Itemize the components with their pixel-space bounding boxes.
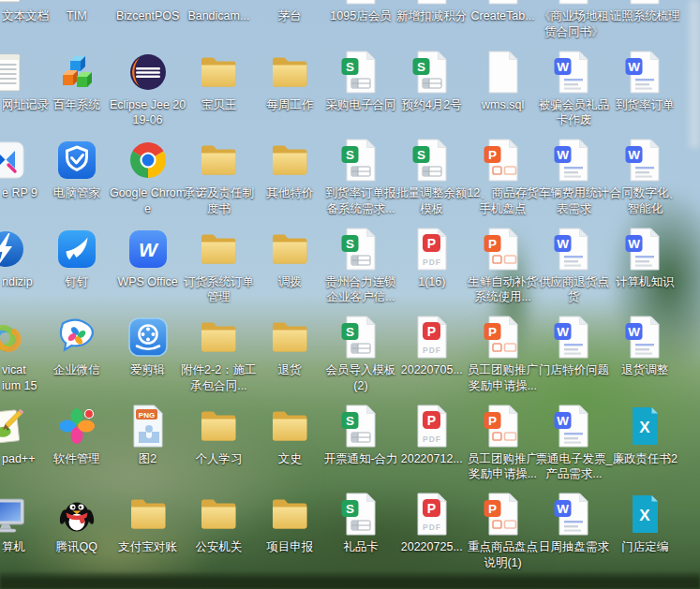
desktop-icon[interactable]: S采购电子合同: [325, 50, 396, 138]
desktop-icon[interactable]: P重点商品盘点说明(1): [468, 492, 539, 580]
desktop-icon[interactable]: 退货: [254, 315, 325, 403]
desktop-icon[interactable]: S开票通知-合力: [325, 404, 396, 492]
desktop-icon[interactable]: Eclipse Jee 2019-06: [112, 50, 184, 138]
desktop-icon[interactable]: 附件2-2：施工承包合同...: [183, 315, 254, 403]
desktop-icon-label: wms.sql: [464, 97, 543, 113]
desktop-icon[interactable]: PPDF20220705...: [396, 315, 468, 403]
desktop-icon[interactable]: 支付宝对账: [112, 492, 184, 580]
desktop-icon[interactable]: 文本文档: [0, 0, 41, 49]
desktop-icon-label: 到货率订单报备系统需求...: [321, 185, 400, 216]
desktop-icon[interactable]: P12、商品存货手机盘点: [468, 138, 539, 226]
desktop-icon[interactable]: S会员导入模板(2): [325, 315, 396, 403]
desktop-icon[interactable]: W计算机知识: [609, 227, 680, 315]
desktop-icon[interactable]: PPDF1(16): [396, 227, 468, 315]
tim-icon: [54, 0, 99, 6]
desktop-icon[interactable]: 项目申报: [254, 492, 325, 580]
desktop-icon-label: 企业微信: [37, 362, 116, 378]
desktop-icon[interactable]: 公安机关: [183, 492, 254, 580]
desktop-icon[interactable]: CreateTab...: [468, 0, 539, 49]
desktop-icon-label: 20220725...: [393, 539, 471, 555]
desktop-icon[interactable]: ndizip: [0, 227, 41, 315]
desktop-icon[interactable]: S预约4月2号: [396, 50, 468, 138]
desktop-icon[interactable]: W车辆费用统计表需求: [538, 138, 609, 226]
wps-ppt-icon: P: [481, 315, 526, 360]
pdf-icon: PPDF: [410, 492, 454, 537]
svg-text:P: P: [427, 412, 436, 427]
folder-icon: [267, 50, 312, 95]
desktop-icon[interactable]: 腾讯QQ: [41, 492, 112, 580]
desktop-icon[interactable]: wms.sql: [468, 50, 539, 138]
desktop-icon[interactable]: PNG图2: [112, 404, 184, 492]
wps-sheet-icon: S: [338, 138, 383, 183]
desktop-icon[interactable]: TIM: [41, 0, 112, 49]
desktop-icon[interactable]: pad++: [0, 404, 41, 492]
desktop-icon-label: 调拨: [250, 274, 329, 290]
wps-word-icon: W: [551, 227, 596, 272]
svg-text:W: W: [558, 59, 570, 73]
desktop-icon[interactable]: PPDF20220712...: [396, 404, 468, 492]
desktop-icon[interactable]: e RP 9: [0, 138, 41, 226]
desktop-icon[interactable]: 订货系统订单管理: [183, 227, 254, 315]
desktop-icon[interactable]: vicat ium 15: [0, 315, 41, 403]
desktop-icon[interactable]: W票通电子发票_产品需求...: [538, 404, 609, 492]
desktop-icon[interactable]: 其他特价: [254, 138, 325, 226]
desktop-icon[interactable]: P员工团购推广奖励申请操...: [468, 404, 539, 492]
wps-word-icon: W: [551, 138, 596, 183]
desktop-icon[interactable]: 钉钉: [41, 227, 112, 315]
desktop-icon-label: 电脑管家: [37, 185, 116, 201]
desktop-icon[interactable]: S批量调整余额模板: [396, 138, 468, 226]
desktop-icon[interactable]: 宝贝王: [183, 50, 254, 138]
desktop-icon[interactable]: 文史: [254, 404, 325, 492]
desktop-icon[interactable]: X廉政责任书2: [609, 404, 680, 492]
desktop-icon[interactable]: WWPS Office: [112, 227, 184, 315]
desktop-icon[interactable]: 《商业场地租赁合同书》: [538, 0, 609, 49]
desktop[interactable]: 文本文档TIMBizcentPOSBandicam...茅台1095店会员新增扣…: [0, 0, 700, 589]
svg-text:W: W: [628, 148, 640, 162]
desktop-icon-label: 新增扣减积分: [393, 8, 471, 24]
desktop-icon-label: 预约4月2号: [393, 97, 471, 113]
desktop-icon-label: 计算机知识: [605, 274, 684, 290]
desktop-icon[interactable]: 电脑管家: [41, 138, 112, 226]
desktop-icon[interactable]: 茅台: [254, 0, 325, 49]
desktop-icon[interactable]: 百年系统: [41, 50, 112, 138]
desktop-icon[interactable]: 网址记录: [0, 50, 41, 138]
desktop-icon[interactable]: PPDF20220725...: [396, 492, 468, 580]
desktop-icon[interactable]: W合同数字化、智能化: [609, 138, 680, 226]
desktop-icon[interactable]: W被骗会员礼品卡作废: [538, 50, 609, 138]
desktop-icon[interactable]: 1095店会员: [325, 0, 396, 49]
desktop-icon[interactable]: 新增扣减积分: [396, 0, 468, 49]
doc-lines-icon: [622, 0, 667, 6]
desktop-icon[interactable]: 调拨: [254, 227, 325, 315]
desktop-icon-label: 软件管理: [37, 451, 116, 467]
desktop-icon[interactable]: 企业微信: [41, 315, 112, 403]
desktop-icon[interactable]: X门店定编: [609, 492, 680, 580]
desktop-icon[interactable]: S到货率订单报备系统需求...: [325, 138, 396, 226]
desktop-icon[interactable]: 证照系统梳理: [609, 0, 680, 49]
desktop-icon[interactable]: W到货率订单: [609, 50, 680, 138]
desktop-icon[interactable]: 爱剪辑: [112, 315, 184, 403]
axure-icon: [0, 138, 28, 183]
desktop-icon[interactable]: P员工团购推广奖励申请操...: [468, 315, 539, 403]
desktop-icon[interactable]: 软件管理: [41, 404, 112, 492]
desktop-icon[interactable]: W日周抽盘需求: [538, 492, 609, 580]
desktop-icon[interactable]: P生鲜自动补货系统使用...: [468, 227, 539, 315]
folder-icon: [267, 0, 312, 6]
desktop-icon[interactable]: 每周工作: [254, 50, 325, 138]
desktop-icon[interactable]: 算机: [0, 492, 41, 580]
desktop-icon[interactable]: W退货调整: [609, 315, 680, 403]
desktop-icon[interactable]: Google Chrome: [112, 138, 184, 226]
desktop-icon[interactable]: S贵州合力连锁企业客户信...: [325, 227, 396, 315]
eclipse-icon: [126, 50, 171, 95]
desktop-icon[interactable]: S礼品卡: [325, 492, 396, 580]
desktop-icon-label: 日周抽盘需求: [534, 539, 613, 555]
desktop-icon[interactable]: 承诺及责任制度书: [183, 138, 254, 226]
svg-text:S: S: [346, 59, 354, 73]
wps-sheet-icon: S: [410, 50, 454, 95]
desktop-icon[interactable]: 个人学习: [183, 404, 254, 492]
desktop-icon[interactable]: W门店特价问题: [538, 315, 609, 403]
desktop-icon[interactable]: BizcentPOS: [112, 0, 184, 49]
desktop-icon[interactable]: W供应商退货点货: [538, 227, 609, 315]
table-doc-icon: [410, 0, 454, 6]
desktop-icon[interactable]: Bandicam...: [183, 0, 254, 49]
wps-word-icon: W: [622, 315, 667, 360]
